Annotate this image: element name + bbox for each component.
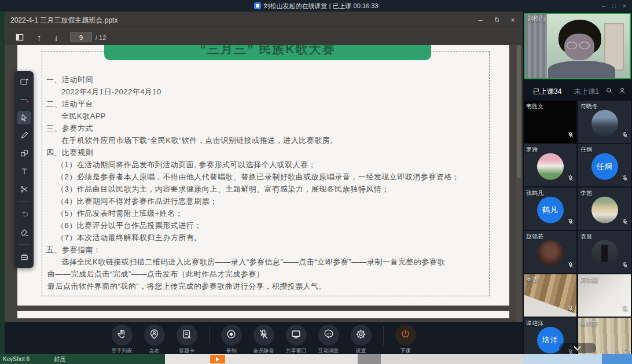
slide-line: 二、活动平台 [46, 98, 491, 110]
raise-hand-list-button[interactable]: 举手列表 [106, 325, 138, 355]
answer-card-icon [181, 329, 192, 342]
interactive-messages-button[interactable]: 互动消息 [313, 325, 345, 355]
end-class-button[interactable]: 下课 [390, 325, 422, 355]
text-tool-icon[interactable] [17, 165, 31, 178]
student-tile[interactable]: 李清 [524, 274, 576, 317]
minimize-button[interactable]: – [598, 3, 609, 9]
select-cursor-icon[interactable] [17, 111, 31, 124]
mic-muted-icon [567, 174, 574, 184]
media-player-icon[interactable] [210, 355, 225, 363]
shapes-icon[interactable] [17, 147, 31, 160]
attendance-tabs: 已上课34 未上课1 [523, 83, 632, 100]
ppt-popout-button[interactable] [493, 16, 501, 24]
teacher-video-curtain [525, 14, 547, 78]
mic-muted-icon [622, 304, 629, 314]
member-manage-icon[interactable] [619, 86, 626, 97]
avatar [537, 153, 564, 179]
student-tile[interactable]: 任炯 任炯 [578, 144, 631, 186]
cut-icon[interactable] [17, 183, 31, 196]
close-button[interactable]: × [619, 3, 630, 9]
slide-line: 选择全民K歌链接或扫描二维码进入比赛歌房——录入“参赛信息”——点击“立即参赛”… [61, 256, 491, 268]
page-total-label: / 12 [95, 34, 106, 41]
slide-body-text: 一、活动时间 2022年4月1日-2022年4月10 二、活动平台 全民K歌AP… [45, 73, 491, 292]
slide-line: （4）比赛期间不得对参赛作品进行恶意刷票； [57, 195, 491, 207]
slide-line: 曲——完成后点击“完成”——点击发布（此时作品才完成参赛） [47, 268, 491, 280]
answer-card-button[interactable]: 答题卡 [171, 325, 203, 355]
members-panel: 刘松山 已上课34 未上课1 韦胜文 符晓冬 [523, 12, 632, 354]
slide-line: （3）作品曲目以民歌为主，内容要求健康向上、主题鲜明、富有感染力，展现各民族独特… [57, 183, 491, 195]
undo-icon[interactable] [17, 207, 31, 220]
slide-line: 五、参赛指南： [46, 244, 491, 256]
prev-page-button[interactable]: ↑ [37, 32, 42, 42]
document-scrollbar[interactable] [516, 45, 521, 322]
palette-divider [19, 201, 30, 202]
student-tile[interactable]: 李茜 [578, 187, 631, 230]
taskbar-item[interactable]: 好压 [54, 355, 65, 363]
new-board-icon[interactable] [17, 75, 31, 89]
mic-muted-icon [622, 347, 629, 354]
slide-line: 2022年4月1日-2022年4月10 [61, 86, 491, 98]
student-tile[interactable]: 袁晨 [578, 231, 631, 273]
toolbox-icon[interactable] [17, 250, 31, 263]
teacher-body [548, 61, 615, 79]
teacher-name-label: 刘松山 [527, 15, 545, 23]
tab-absent[interactable]: 未上课1 [574, 87, 599, 97]
student-tile[interactable]: 符晓冬 [578, 101, 631, 143]
mic-muted-icon [567, 130, 574, 141]
slide-line: 一、活动时间 [46, 73, 491, 86]
chat-bubble-icon [323, 329, 334, 342]
ppt-close-button[interactable]: × [509, 16, 517, 24]
online-classroom-app: 刘松山发起的在线课堂 | 已上课 00:16:33 – □ × 2022-4-1… [0, 0, 632, 364]
ppt-minimize-button[interactable]: – [476, 16, 484, 24]
slide-line: （1）在活动期间将作品发布到活动页面, 参赛形式可以选择个人或双人赛； [57, 159, 491, 171]
pen-icon[interactable] [17, 129, 31, 142]
record-icon [226, 329, 237, 342]
slide-document-area: “三月三” 民族K歌大赛 一、活动时间 2022年4月1日-2022年4月10 … [5, 45, 523, 322]
slide-line: （2）必须是参赛者本人原唱，不得由他人代替唱歌、替换已录制好歌曲或放原唱录音，一… [57, 171, 491, 183]
student-tile[interactable]: 张鹤凡 鹤凡 [524, 187, 576, 230]
ppt-file-title: 2022-4-1 三月三放假主题班会.pptx [10, 16, 117, 25]
record-button[interactable]: 录制 [215, 325, 248, 355]
slide-line: 四、比赛规则 [46, 146, 491, 159]
eraser-icon[interactable] [17, 225, 31, 238]
screen-share-icon [291, 329, 302, 342]
scrollbar-thumb[interactable] [517, 45, 521, 178]
page-number-input[interactable]: 9 [70, 32, 92, 42]
teacher-video-tile[interactable]: 刘松山 [524, 13, 631, 79]
avatar [591, 240, 618, 266]
settings-button[interactable]: 设置 [345, 325, 377, 355]
desktop-taskbar-strip: KeyShot 6 好压 [0, 354, 632, 364]
mute-all-button[interactable]: 全员静音 [248, 325, 280, 355]
mic-muted-icon [567, 260, 574, 271]
laser-pointer-icon[interactable] [17, 93, 31, 106]
tab-attended[interactable]: 已上课34 [533, 87, 561, 97]
class-control-toolbar: 举手列表 点名 答题卡 录制 全员静音 [5, 322, 523, 354]
student-tile[interactable]: 韦胜文 [524, 101, 576, 143]
ppt-nav-toolbar: ↑ ↓ 9 / 12 [5, 29, 523, 45]
search-icon[interactable] [605, 86, 613, 97]
gear-icon [355, 329, 366, 342]
avatar [591, 196, 618, 223]
student-tile[interactable]: 赵锦若 [524, 231, 576, 273]
roll-call-button[interactable]: 点名 [138, 325, 171, 355]
palette-divider [19, 244, 30, 245]
next-page-button[interactable]: ↓ [54, 32, 59, 42]
background-window-blue [602, 354, 632, 364]
slide-line: （5）作品发表时需附上班级+姓名； [57, 207, 491, 219]
slide-line: （7）本次活动最终解释权归主办方所有。 [57, 231, 491, 244]
avatar-initials: 鹤凡 [537, 196, 564, 223]
mic-muted-icon [258, 329, 269, 342]
share-window-button[interactable]: 共享窗口 [280, 325, 313, 355]
slide-page-10-edge [17, 311, 509, 318]
classroom-logo-icon [254, 2, 261, 9]
toolbar-divider [209, 326, 210, 345]
taskbar-item[interactable]: KeyShot 6 [3, 356, 30, 362]
slide-line: 全民K歌APP [61, 110, 491, 122]
slide-line: 三、参赛方式 [46, 122, 491, 134]
thumbnail-panel-toggle-icon[interactable] [15, 33, 24, 42]
student-tile[interactable]: 万洪喆 [578, 274, 631, 317]
background-window-gray [358, 354, 381, 364]
scroll-down-indicator[interactable] [559, 343, 596, 353]
maximize-button[interactable]: □ [609, 3, 619, 9]
student-tile[interactable]: 罗雅 [524, 144, 576, 186]
